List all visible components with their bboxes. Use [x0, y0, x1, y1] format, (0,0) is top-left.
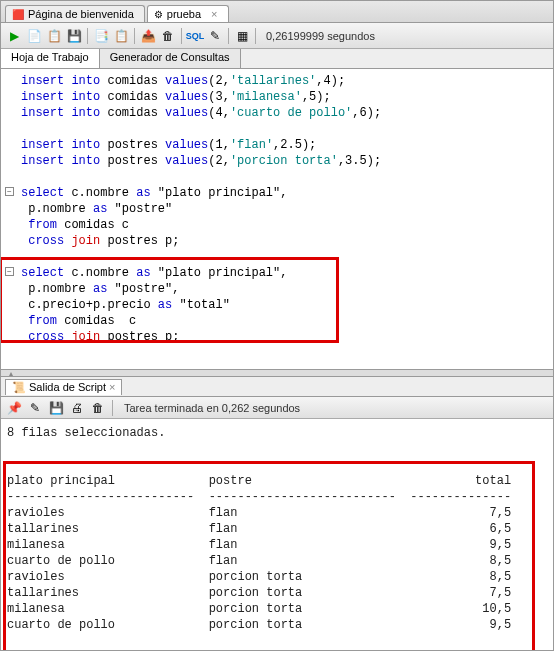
sql-history-button[interactable]: SQL	[186, 27, 204, 45]
pin-button[interactable]: 📌	[5, 399, 23, 417]
tab-label: Salida de Script	[29, 381, 106, 393]
clear-button[interactable]: 🗑	[159, 27, 177, 45]
explain-button[interactable]: 📋	[45, 27, 63, 45]
separator	[228, 28, 229, 44]
grid-button[interactable]: ▦	[233, 27, 251, 45]
output-tabs-bar: 📜 Salida de Script ×	[1, 377, 553, 397]
commit-button[interactable]: 📑	[92, 27, 110, 45]
tab-label: prueba	[167, 8, 201, 20]
edit-button[interactable]: ✎	[206, 27, 224, 45]
separator	[181, 28, 182, 44]
output-toolbar: 📌 ✎ 💾 🖨 🗑 Tarea terminada en 0,262 segun…	[1, 397, 553, 419]
print-button[interactable]: 🖨	[68, 399, 86, 417]
rollback-button[interactable]: 📋	[112, 27, 130, 45]
tab-label: Página de bienvenida	[28, 8, 134, 20]
output-text: 8 filas seleccionadas.	[7, 425, 547, 441]
fold-icon[interactable]: −	[5, 187, 14, 196]
tab-welcome[interactable]: 🟥 Página de bienvenida	[5, 5, 145, 22]
unshared-button[interactable]: 📤	[139, 27, 157, 45]
run-script-button[interactable]: 📄	[25, 27, 43, 45]
tab-query-builder[interactable]: Generador de Consultas	[100, 49, 241, 68]
status-label: Tarea terminada en 0,262 segundos	[124, 402, 300, 414]
file-tabs-bar: 🟥 Página de bienvenida ⚙ prueba ×	[1, 1, 553, 23]
selection-highlight	[0, 257, 339, 343]
tab-prueba[interactable]: ⚙ prueba ×	[147, 5, 229, 22]
worksheet-sub-tabs: Hoja de Trabajo Generador de Consultas	[1, 49, 553, 69]
script-output-icon: 📜	[12, 381, 26, 394]
sql-editor[interactable]: insert into comidas values(2,'tallarines…	[1, 69, 553, 369]
separator	[134, 28, 135, 44]
tab-script-output[interactable]: 📜 Salida de Script ×	[5, 379, 122, 395]
result-highlight	[3, 461, 535, 651]
sql-worksheet-icon: ⚙	[154, 9, 163, 20]
elapsed-time-label: 0,26199999 segundos	[266, 30, 375, 42]
separator	[255, 28, 256, 44]
edit-button[interactable]: ✎	[26, 399, 44, 417]
script-output-area[interactable]: 8 filas seleccionadas. plato principal p…	[1, 419, 553, 651]
worksheet-toolbar: ▶ 📄 📋 💾 📑 📋 📤 🗑 SQL ✎ ▦ 0,26199999 segun…	[1, 23, 553, 49]
oracle-icon: 🟥	[12, 9, 24, 20]
horizontal-splitter[interactable]: ▴	[1, 369, 553, 377]
separator	[112, 400, 113, 416]
close-icon[interactable]: ×	[211, 8, 217, 20]
save-button[interactable]: 💾	[47, 399, 65, 417]
separator	[87, 28, 88, 44]
autotrace-button[interactable]: 💾	[65, 27, 83, 45]
run-button[interactable]: ▶	[5, 27, 23, 45]
close-icon[interactable]: ×	[109, 381, 115, 393]
tab-worksheet[interactable]: Hoja de Trabajo	[1, 49, 100, 68]
clear-button[interactable]: 🗑	[89, 399, 107, 417]
